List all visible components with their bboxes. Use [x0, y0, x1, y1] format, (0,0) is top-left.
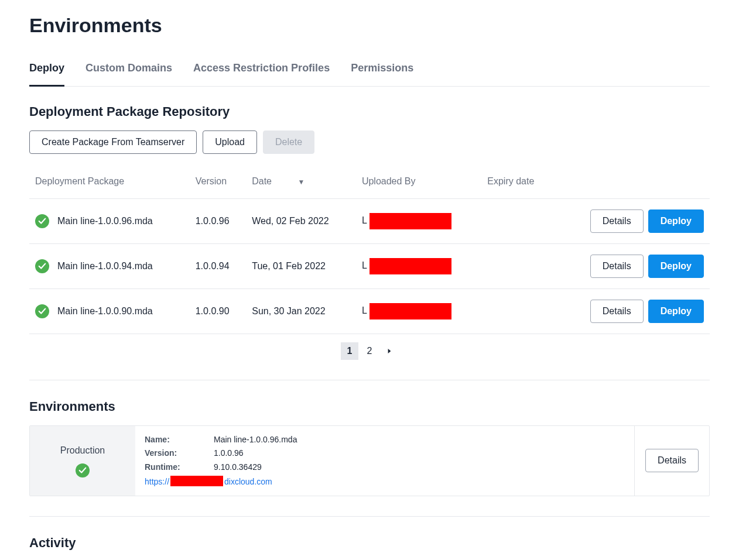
env-details-button[interactable]: Details: [645, 449, 699, 472]
page-title: Environments: [29, 12, 710, 40]
env-url-suffix: dixcloud.com: [224, 477, 272, 486]
delete-button: Delete: [263, 130, 314, 154]
env-name-key: Name:: [145, 434, 209, 446]
packages-table: Deployment Package Version Date ▼ Upload…: [29, 164, 710, 334]
package-version: 1.0.0.94: [190, 243, 247, 288]
tab-bar: Deploy Custom Domains Access Restriction…: [29, 56, 710, 87]
tab-access-restriction[interactable]: Access Restriction Profiles: [193, 56, 330, 87]
env-label: Production: [60, 444, 105, 457]
env-url[interactable]: https://dixcloud.com: [145, 476, 625, 488]
repo-button-row: Create Package From Teamserver Upload De…: [29, 130, 710, 154]
env-runtime-val: 9.10.0.36429: [214, 462, 262, 473]
env-runtime-key: Runtime:: [145, 462, 209, 473]
check-icon: [35, 259, 49, 273]
package-date: Tue, 01 Feb 2022: [246, 243, 356, 288]
expiry-date: [481, 288, 554, 334]
uploaded-by: L: [356, 288, 481, 334]
env-name-val: Main line-1.0.0.96.mda: [214, 434, 297, 446]
expiry-date: [481, 243, 554, 288]
redacted: [370, 303, 451, 319]
chevron-right-icon: [387, 349, 392, 353]
env-card-details: Name: Main line-1.0.0.96.mda Version: 1.…: [135, 426, 635, 496]
redacted: [370, 213, 451, 229]
env-version-key: Version:: [145, 448, 209, 459]
deploy-button[interactable]: Deploy: [648, 209, 704, 233]
divider: [29, 516, 710, 517]
pagination: 1 2: [29, 342, 710, 360]
table-row: Main line-1.0.0.94.mda 1.0.0.94 Tue, 01 …: [29, 243, 710, 288]
package-name: Main line-1.0.0.96.mda: [57, 215, 153, 228]
details-button[interactable]: Details: [590, 300, 644, 323]
check-icon: [35, 214, 49, 228]
package-name: Main line-1.0.0.94.mda: [57, 260, 153, 273]
col-date-label: Date: [252, 176, 272, 186]
tab-deploy[interactable]: Deploy: [29, 56, 64, 87]
sort-desc-icon: ▼: [297, 178, 305, 186]
check-icon: [35, 304, 49, 318]
upload-button[interactable]: Upload: [203, 130, 257, 154]
table-row: Main line-1.0.0.96.mda 1.0.0.96 Wed, 02 …: [29, 198, 710, 243]
uploaded-by: L: [356, 243, 481, 288]
page-next[interactable]: [381, 342, 398, 360]
deploy-button[interactable]: Deploy: [648, 255, 704, 278]
package-version: 1.0.0.96: [190, 198, 247, 243]
table-row: Main line-1.0.0.90.mda 1.0.0.90 Sun, 30 …: [29, 288, 710, 334]
details-button[interactable]: Details: [590, 209, 644, 233]
check-icon: [76, 463, 90, 477]
package-version: 1.0.0.90: [190, 288, 247, 334]
create-package-button[interactable]: Create Package From Teamserver: [29, 130, 197, 154]
repo-title: Deployment Package Repository: [29, 103, 710, 121]
activity-title: Activity: [29, 534, 710, 552]
expiry-date: [481, 198, 554, 243]
tab-custom-domains[interactable]: Custom Domains: [85, 56, 172, 87]
redacted: [170, 476, 223, 486]
col-expiry[interactable]: Expiry date: [481, 164, 554, 199]
col-version[interactable]: Version: [190, 164, 247, 199]
env-card-left: Production: [30, 426, 135, 496]
page-2[interactable]: 2: [361, 342, 378, 360]
uploaded-by: L: [356, 198, 481, 243]
package-date: Sun, 30 Jan 2022: [246, 288, 356, 334]
env-version-val: 1.0.0.96: [214, 448, 244, 459]
env-url-prefix: https://: [145, 477, 169, 486]
deploy-button[interactable]: Deploy: [648, 300, 704, 323]
environment-card: Production Name: Main line-1.0.0.96.mda …: [29, 425, 710, 496]
environments-title: Environments: [29, 398, 710, 416]
tab-permissions[interactable]: Permissions: [351, 56, 413, 87]
page-1[interactable]: 1: [341, 342, 358, 360]
redacted: [370, 258, 451, 274]
col-package[interactable]: Deployment Package: [29, 164, 190, 199]
package-date: Wed, 02 Feb 2022: [246, 198, 356, 243]
details-button[interactable]: Details: [590, 255, 644, 278]
divider: [29, 380, 710, 380]
col-uploaded-by[interactable]: Uploaded By: [356, 164, 481, 199]
col-date[interactable]: Date ▼: [246, 164, 356, 199]
package-name: Main line-1.0.0.90.mda: [57, 305, 153, 318]
